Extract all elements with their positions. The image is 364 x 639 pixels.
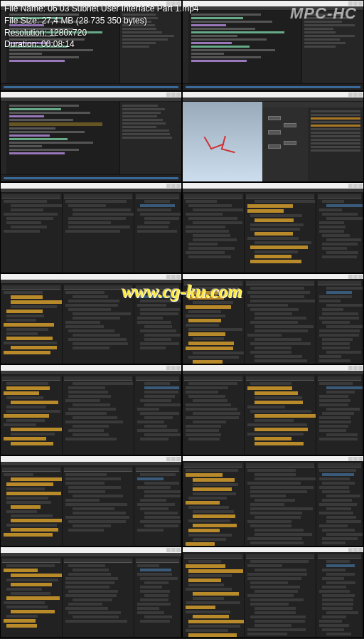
tree-column[interactable] [134, 375, 181, 455]
tree-item[interactable] [186, 386, 228, 389]
tree-item[interactable] [188, 625, 240, 628]
tree-item[interactable] [186, 564, 225, 568]
tree-item[interactable] [322, 603, 354, 606]
tree-item[interactable] [144, 334, 181, 337]
tree-item[interactable] [140, 347, 166, 349]
tree-item[interactable] [140, 308, 181, 311]
tree-item[interactable] [188, 569, 243, 573]
tree-item[interactable] [4, 391, 39, 395]
tree-item[interactable] [6, 332, 38, 335]
tree-item[interactable] [186, 473, 223, 477]
tree-item[interactable] [255, 355, 302, 358]
tree-item[interactable] [144, 325, 172, 328]
tree-item[interactable] [322, 247, 348, 250]
tree-item[interactable] [186, 606, 215, 609]
tree-item[interactable] [247, 633, 287, 635]
tree-item[interactable] [65, 594, 117, 597]
tree-item[interactable] [322, 537, 358, 540]
tree-item[interactable] [193, 487, 232, 491]
tree-item[interactable] [68, 395, 111, 398]
tree-item[interactable] [11, 514, 53, 517]
tree-item[interactable] [6, 217, 53, 220]
tree-item[interactable] [193, 399, 228, 402]
tree-item[interactable] [4, 601, 45, 604]
tree-item[interactable] [326, 386, 363, 389]
viewport-3d[interactable] [183, 102, 262, 181]
tree-item[interactable] [186, 416, 239, 419]
tree-item[interactable] [250, 512, 302, 514]
tree-item[interactable] [6, 221, 41, 224]
tree-item[interactable] [4, 423, 36, 426]
tree-item[interactable] [322, 234, 350, 237]
tree-item[interactable] [255, 250, 298, 253]
tree-item[interactable] [193, 510, 234, 513]
tree-item[interactable] [68, 204, 106, 207]
tree-item[interactable] [186, 226, 225, 228]
code-editor[interactable] [1, 102, 119, 174]
tree-item[interactable] [137, 529, 164, 532]
tree-item[interactable] [319, 590, 350, 593]
tree-item[interactable] [255, 396, 303, 399]
tree-item[interactable] [137, 230, 177, 233]
tree-item[interactable] [65, 438, 117, 440]
tree-item[interactable] [137, 208, 172, 211]
tree-item[interactable] [250, 321, 298, 324]
tree-item[interactable] [247, 573, 307, 576]
tree-item[interactable] [137, 573, 172, 576]
tree-item[interactable] [322, 200, 344, 203]
tree-column[interactable] [1, 466, 63, 546]
tree-item[interactable] [140, 291, 168, 294]
tree-column[interactable] [183, 193, 245, 273]
tree-item[interactable] [193, 360, 223, 364]
tree-item[interactable] [137, 421, 165, 423]
tree-item[interactable] [255, 338, 301, 341]
tree-item[interactable] [65, 399, 100, 402]
tree-item[interactable] [140, 204, 176, 207]
tree-item[interactable] [137, 503, 176, 506]
tree-item[interactable] [11, 295, 43, 299]
tree-column[interactable] [134, 284, 181, 364]
tree-item[interactable] [11, 519, 63, 522]
tree-item[interactable] [250, 603, 289, 606]
tree-item[interactable] [250, 586, 300, 588]
tree-item[interactable] [319, 355, 341, 358]
tree-item[interactable] [322, 338, 353, 341]
tree-item[interactable] [322, 243, 358, 245]
tree-item[interactable] [193, 301, 233, 304]
tree-item[interactable] [326, 238, 362, 241]
tree-item[interactable] [193, 421, 226, 423]
tree-item[interactable] [137, 486, 171, 489]
tree-item[interactable] [186, 469, 238, 472]
tree-item[interactable] [140, 590, 171, 593]
tree-item[interactable] [322, 213, 358, 216]
tree-item[interactable] [144, 403, 181, 406]
tree-column[interactable] [1, 193, 63, 273]
tree-item[interactable] [322, 607, 353, 610]
tree-item[interactable] [68, 329, 114, 332]
tree-item[interactable] [144, 524, 179, 527]
tree-item[interactable] [193, 597, 224, 600]
tree-item[interactable] [250, 495, 286, 497]
tree-item[interactable] [186, 230, 229, 233]
tree-column[interactable] [63, 466, 134, 546]
tree-item[interactable] [319, 486, 349, 489]
tree-item[interactable] [319, 208, 342, 211]
tree-item[interactable] [319, 425, 349, 428]
tree-item[interactable] [140, 586, 162, 588]
tree-item[interactable] [255, 607, 296, 610]
tree-item[interactable] [65, 499, 100, 502]
tree-item[interactable] [73, 403, 110, 406]
tree-item[interactable] [322, 412, 355, 415]
tree-item[interactable] [319, 334, 360, 337]
tree-item[interactable] [193, 592, 239, 596]
tree-item[interactable] [255, 312, 292, 315]
tree-item[interactable] [319, 429, 346, 432]
tree-item[interactable] [247, 564, 282, 567]
tree-item[interactable] [250, 560, 309, 563]
tree-item[interactable] [319, 230, 345, 233]
tree-item[interactable] [188, 583, 224, 586]
tree-item[interactable] [319, 624, 350, 627]
tree-item[interactable] [73, 495, 123, 497]
tree-item[interactable] [65, 412, 107, 415]
tree-item[interactable] [250, 287, 304, 290]
